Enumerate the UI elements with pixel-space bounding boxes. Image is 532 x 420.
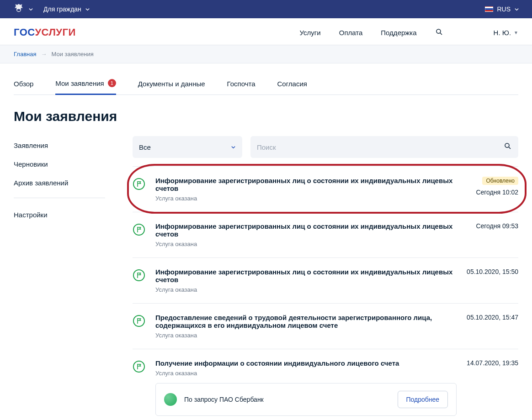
breadcrumb: Главная → Мои заявления xyxy=(8,45,524,63)
row-time: Сегодня 10:02 xyxy=(476,189,518,196)
row-body: Предоставление сведений о трудовой деяте… xyxy=(155,314,457,339)
applications-list: Информирование зарегистрированных лиц о … xyxy=(133,166,518,420)
svg-point-6 xyxy=(133,315,144,326)
emblem-icon xyxy=(13,3,25,16)
tab-consents[interactable]: Согласия xyxy=(277,74,307,94)
search-box xyxy=(250,136,518,158)
row-meta: Сегодня 09:53 xyxy=(476,222,518,247)
application-row[interactable]: Информирование зарегистрированных лиц о … xyxy=(133,258,518,304)
row-body: Информирование зарегистрированных лиц о … xyxy=(155,222,466,247)
gov-top-bar: Для граждан RUS xyxy=(0,0,532,18)
tab-documents[interactable]: Документы и данные xyxy=(138,74,205,94)
sidebar-applications[interactable]: Заявления xyxy=(14,136,105,155)
request-card: По запросу ПАО СбербанкПодробнее xyxy=(155,383,457,416)
logo[interactable]: ГОСУСЛУГИ xyxy=(14,26,76,38)
breadcrumb-bar: Главная → Мои заявления xyxy=(0,45,532,63)
sberbank-icon xyxy=(164,393,177,406)
caret-down-icon: ▼ xyxy=(514,30,518,35)
main-content: Все Информирование зарегистрированных ли… xyxy=(133,136,518,420)
svg-point-2 xyxy=(505,143,509,147)
status-flag-icon xyxy=(133,360,145,373)
row-time: 05.10.2020, 15:47 xyxy=(467,314,518,321)
svg-point-3 xyxy=(133,178,144,189)
request-text: По запросу ПАО Сбербанк xyxy=(184,396,390,403)
application-row[interactable]: Получение информации о состоянии индивид… xyxy=(133,349,518,420)
row-title: Получение информации о состоянии индивид… xyxy=(155,359,457,367)
sidebar-separator xyxy=(14,198,105,198)
nav-services[interactable]: Услуги xyxy=(300,29,321,37)
tab-overview-label: Обзор xyxy=(14,80,33,88)
row-meta: 14.07.2020, 19:35 xyxy=(467,359,518,416)
tab-applications-badge: 1 xyxy=(108,79,116,87)
row-status: Услуга оказана xyxy=(155,286,457,293)
row-body: Получение информации о состоянии индивид… xyxy=(155,359,457,416)
status-flag-icon xyxy=(133,315,145,327)
row-meta: 05.10.2020, 15:50 xyxy=(467,268,518,293)
page-title: Мои заявления xyxy=(8,109,524,124)
breadcrumb-home[interactable]: Главная xyxy=(14,51,36,58)
more-button[interactable]: Подробнее xyxy=(398,391,448,408)
row-time: Сегодня 09:53 xyxy=(476,222,518,230)
nav-support[interactable]: Поддержка xyxy=(381,29,416,37)
application-row[interactable]: Информирование зарегистрированных лиц о … xyxy=(133,212,518,258)
site-header: ГОСУСЛУГИ Услуги Оплата Поддержка Н. Ю. … xyxy=(0,18,532,45)
svg-point-4 xyxy=(133,224,144,235)
chevron-down-icon xyxy=(28,7,33,12)
search-input[interactable] xyxy=(257,143,504,151)
language-dropdown[interactable]: RUS xyxy=(485,5,519,13)
tabs: Обзор Мои заявления 1 Документы и данные… xyxy=(14,74,518,95)
row-title: Информирование зарегистрированных лиц о … xyxy=(155,268,457,284)
filter-select[interactable]: Все xyxy=(133,136,242,158)
chevron-down-icon xyxy=(85,7,90,12)
nav-payment[interactable]: Оплата xyxy=(339,29,363,37)
flag-ru-icon xyxy=(485,6,493,12)
tab-gosmail[interactable]: Госпочта xyxy=(227,74,255,94)
breadcrumb-arrow-icon: → xyxy=(41,51,47,58)
tab-overview[interactable]: Обзор xyxy=(14,74,33,94)
search-icon[interactable] xyxy=(435,28,443,37)
tab-applications-label: Мои заявления xyxy=(55,79,104,87)
status-flag-icon xyxy=(133,178,145,190)
sidebar-settings[interactable]: Настройки xyxy=(14,205,105,224)
row-time: 14.07.2020, 19:35 xyxy=(467,359,518,367)
tab-documents-label: Документы и данные xyxy=(138,80,205,88)
search-icon[interactable] xyxy=(504,142,512,152)
gov-emblem-menu[interactable] xyxy=(13,3,33,16)
row-status: Услуга оказана xyxy=(155,195,466,202)
row-title: Информирование зарегистрированных лиц о … xyxy=(155,222,466,238)
row-title: Информирование зарегистрированных лиц о … xyxy=(155,177,466,192)
chevron-down-icon xyxy=(231,145,236,150)
sidebar-archive[interactable]: Архив заявлений xyxy=(14,173,105,192)
svg-point-1 xyxy=(436,29,441,33)
svg-point-7 xyxy=(133,361,144,372)
user-menu[interactable]: Н. Ю. ▼ xyxy=(494,29,518,37)
application-row[interactable]: Информирование зарегистрированных лиц о … xyxy=(133,167,518,212)
svg-point-5 xyxy=(133,270,144,281)
filter-select-value: Все xyxy=(139,143,151,151)
status-flag-icon xyxy=(133,269,145,282)
row-body: Информирование зарегистрированных лиц о … xyxy=(155,177,466,202)
sidebar-drafts[interactable]: Черновики xyxy=(14,155,105,173)
tab-consents-label: Согласия xyxy=(277,80,307,88)
row-status: Услуга оказана xyxy=(155,370,457,377)
row-title: Предоставление сведений о трудовой деяте… xyxy=(155,314,457,329)
chevron-down-icon xyxy=(514,7,519,12)
row-meta: 05.10.2020, 15:47 xyxy=(467,314,518,339)
row-meta: ОбновленоСегодня 10:02 xyxy=(476,177,518,202)
breadcrumb-current: Мои заявления xyxy=(51,51,93,58)
language-label: RUS xyxy=(497,5,511,13)
sidebar: Заявления Черновики Архив заявлений Наст… xyxy=(14,136,105,224)
tab-applications[interactable]: Мои заявления 1 xyxy=(55,74,116,95)
audience-label: Для граждан xyxy=(43,5,81,13)
application-row[interactable]: Предоставление сведений о трудовой деяте… xyxy=(133,304,518,349)
updated-pill: Обновлено xyxy=(482,177,518,185)
audience-dropdown[interactable]: Для граждан xyxy=(43,5,90,13)
row-status: Услуга оказана xyxy=(155,332,457,339)
status-flag-icon xyxy=(133,223,145,236)
tab-gosmail-label: Госпочта xyxy=(227,80,255,88)
row-time: 05.10.2020, 15:50 xyxy=(467,268,518,275)
row-status: Услуга оказана xyxy=(155,241,466,247)
user-short-name: Н. Ю. xyxy=(494,29,511,37)
row-body: Информирование зарегистрированных лиц о … xyxy=(155,268,457,293)
